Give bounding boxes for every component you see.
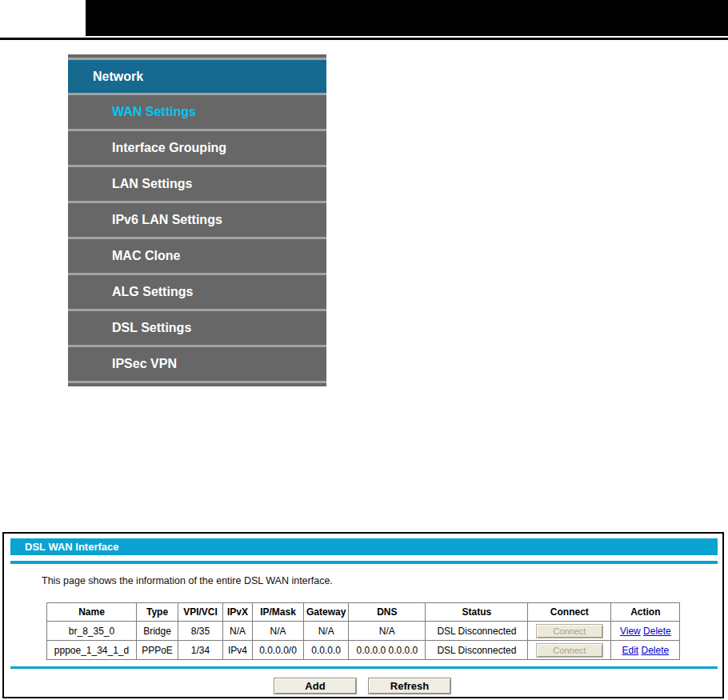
- sidebar-item-alg-settings[interactable]: ALG Settings: [68, 273, 326, 309]
- cell-connect: Connect: [528, 641, 611, 660]
- cell-action: View Delete: [611, 622, 680, 641]
- sidebar-item-lan-settings[interactable]: LAN Settings: [68, 165, 326, 201]
- delete-link[interactable]: Delete: [642, 645, 670, 656]
- divider-line-bottom: [10, 666, 718, 669]
- sidebar-item-ipv6-lan-settings[interactable]: IPv6 LAN Settings: [68, 201, 326, 237]
- sidebar-header-network[interactable]: Network: [68, 58, 326, 93]
- cell-ip-mask: 0.0.0.0/0: [253, 641, 304, 660]
- cell-status: DSL Disconnected: [426, 622, 528, 641]
- col-header-vpi-vci: VPI/VCI: [178, 603, 223, 622]
- add-button[interactable]: Add: [274, 678, 357, 694]
- sidebar-item-ipsec-vpn[interactable]: IPSec VPN: [68, 345, 326, 381]
- connect-button[interactable]: Connect: [536, 643, 603, 658]
- top-banner: [86, 0, 728, 36]
- top-divider: [0, 38, 728, 40]
- col-header-gateway: Gateway: [304, 603, 349, 622]
- cell-vpi-vci: 8/35: [178, 622, 223, 641]
- col-header-ipvx: IPvX: [223, 603, 253, 622]
- col-header-dns: DNS: [349, 603, 426, 622]
- cell-vpi-vci: 1/34: [178, 641, 223, 660]
- refresh-button[interactable]: Refresh: [368, 678, 451, 694]
- cell-name: br_8_35_0: [47, 622, 137, 641]
- cell-ip-mask: N/A: [253, 622, 304, 641]
- col-header-ip-mask: IP/Mask: [253, 603, 304, 622]
- table-row: pppoe_1_34_1_d PPPoE 1/34 IPv4 0.0.0.0/0…: [47, 641, 680, 660]
- col-header-action: Action: [611, 603, 680, 622]
- connect-button[interactable]: Connect: [536, 624, 603, 638]
- sidebar-menu: Network WAN Settings Interface Grouping …: [68, 54, 326, 386]
- edit-link[interactable]: Edit: [622, 645, 639, 656]
- sidebar-item-dsl-settings[interactable]: DSL Settings: [68, 309, 326, 345]
- divider-line-top: [10, 561, 718, 564]
- cell-ipvx: IPv4: [223, 641, 253, 660]
- cell-connect: Connect: [528, 622, 611, 641]
- cell-gateway: N/A: [304, 622, 349, 641]
- cell-ipvx: N/A: [223, 622, 253, 641]
- page-description: This page shows the information of the e…: [42, 575, 333, 586]
- delete-link[interactable]: Delete: [643, 626, 671, 637]
- cell-dns: 0.0.0.0 0.0.0.0: [349, 641, 426, 660]
- col-header-type: Type: [137, 603, 178, 622]
- sidebar-item-mac-clone[interactable]: MAC Clone: [68, 237, 326, 273]
- table-row: br_8_35_0 Bridge 8/35 N/A N/A N/A N/A DS…: [47, 622, 680, 641]
- panel-title: DSL WAN Interface: [10, 538, 718, 555]
- table-header-row: Name Type VPI/VCI IPvX IP/Mask Gateway D…: [47, 603, 680, 622]
- cell-name: pppoe_1_34_1_d: [47, 641, 137, 660]
- wan-interface-table: Name Type VPI/VCI IPvX IP/Mask Gateway D…: [46, 602, 680, 660]
- col-header-status: Status: [426, 603, 528, 622]
- col-header-name: Name: [47, 603, 137, 622]
- sidebar-item-wan-settings[interactable]: WAN Settings: [68, 93, 326, 129]
- menu-bottom-edge: [68, 381, 326, 386]
- cell-gateway: 0.0.0.0: [304, 641, 349, 660]
- cell-status: DSL Disconnected: [426, 641, 528, 660]
- cell-action: Edit Delete: [611, 641, 680, 660]
- cell-type: Bridge: [137, 622, 178, 641]
- col-header-connect: Connect: [528, 603, 611, 622]
- sidebar-item-interface-grouping[interactable]: Interface Grouping: [68, 129, 326, 165]
- cell-dns: N/A: [349, 622, 426, 641]
- view-link[interactable]: View: [620, 626, 641, 637]
- dsl-wan-panel: DSL WAN Interface This page shows the in…: [2, 532, 724, 698]
- cell-type: PPPoE: [137, 641, 178, 660]
